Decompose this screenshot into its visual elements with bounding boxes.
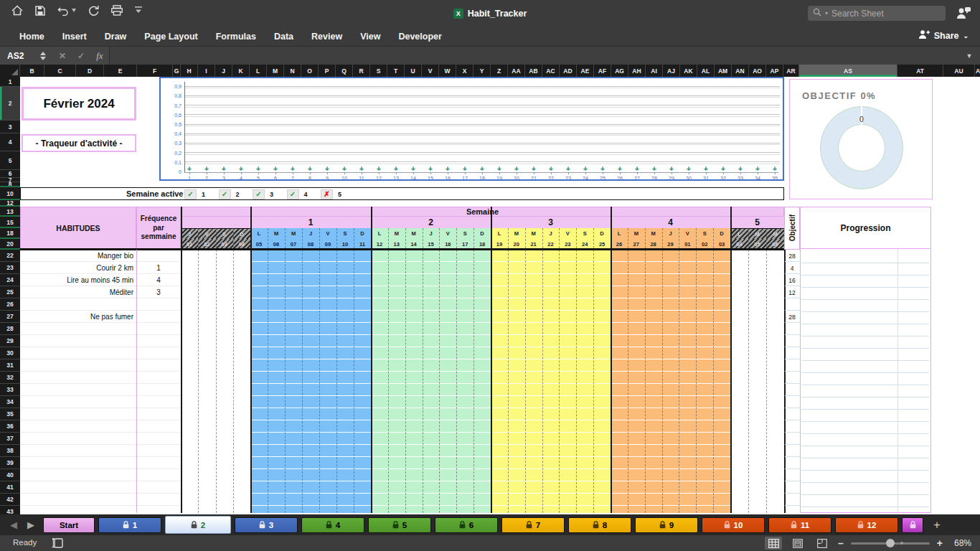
ribbon-tab-page-layout[interactable]: Page Layout: [144, 32, 197, 42]
row-header-30[interactable]: 30: [0, 347, 20, 359]
row-header-22[interactable]: 22: [0, 250, 20, 262]
habit-name-cell[interactable]: Courir 2 km: [20, 264, 133, 272]
row-header-32[interactable]: 32: [0, 372, 20, 384]
column-header-B[interactable]: B: [20, 65, 44, 77]
column-header-AI[interactable]: AI: [646, 65, 663, 77]
day-letter-cell[interactable]: L: [250, 228, 268, 239]
column-header-AR[interactable]: AR: [783, 65, 799, 77]
column-header-G[interactable]: G: [173, 65, 181, 77]
day-letter-cell[interactable]: S: [456, 228, 473, 239]
column-header-H[interactable]: H: [181, 65, 198, 77]
day-letter-cell[interactable]: J: [302, 228, 319, 239]
column-header-F[interactable]: F: [137, 65, 173, 77]
ribbon-tab-data[interactable]: Data: [274, 32, 293, 42]
day-letter-cell[interactable]: V: [559, 228, 576, 239]
column-header-AG[interactable]: AG: [611, 65, 628, 77]
column-header-AS[interactable]: AS: [799, 65, 897, 77]
day-letter-cell[interactable]: M: [508, 228, 525, 239]
row-header-28[interactable]: 28: [0, 323, 20, 335]
day-letter-cell[interactable]: M: [285, 228, 302, 239]
column-header-AU[interactable]: AU: [943, 65, 975, 77]
checkmark-icon[interactable]: ✓: [253, 189, 265, 199]
ribbon-tab-home[interactable]: Home: [19, 32, 44, 42]
ribbon-tab-developer[interactable]: Developer: [398, 32, 441, 42]
row-header-1[interactable]: 1: [0, 77, 20, 87]
row-header-38[interactable]: 38: [0, 445, 20, 457]
zoom-slider-knob[interactable]: [886, 539, 895, 547]
sheet-tab-partial[interactable]: [902, 517, 923, 533]
search-input[interactable]: ▾ Search Sheet: [808, 6, 946, 21]
column-header-K[interactable]: K: [232, 65, 250, 77]
column-header-D[interactable]: D: [76, 65, 104, 77]
column-header-AV[interactable]: AV: [975, 65, 980, 77]
view-page-break-icon[interactable]: [814, 537, 831, 550]
day-letter-cell[interactable]: D: [233, 228, 250, 239]
sheet-tab-2[interactable]: 2: [165, 516, 231, 534]
row-header-40[interactable]: 40: [0, 469, 20, 481]
day-letter-cell[interactable]: J: [423, 228, 440, 239]
week-body-2[interactable]: [371, 250, 491, 513]
row-header-33[interactable]: 33: [0, 384, 20, 396]
sheet-tab-8[interactable]: 8: [568, 517, 631, 533]
habit-objective-cell[interactable]: 28: [784, 314, 800, 321]
column-header-AN[interactable]: AN: [732, 65, 749, 77]
column-header-AE[interactable]: AE: [577, 65, 594, 77]
day-letter-cell[interactable]: S: [576, 228, 593, 239]
cross-icon[interactable]: ✗: [321, 189, 333, 199]
row-header-5[interactable]: 5: [0, 151, 20, 170]
row-header-31[interactable]: 31: [0, 359, 20, 372]
column-header-E[interactable]: E: [104, 65, 137, 77]
column-header-N[interactable]: N: [284, 65, 301, 77]
row-header-25[interactable]: 25: [0, 286, 20, 298]
week-body-3[interactable]: [491, 250, 611, 513]
column-header-U[interactable]: U: [405, 65, 422, 77]
week-body-4[interactable]: [611, 250, 730, 513]
habit-name-cell[interactable]: Ne pas fumer: [20, 313, 133, 321]
day-letter-cell[interactable]: M: [748, 228, 766, 239]
column-header-M[interactable]: M: [267, 65, 284, 77]
week-body-1[interactable]: [250, 250, 371, 513]
row-header-36[interactable]: 36: [0, 420, 20, 433]
column-header-AO[interactable]: AO: [749, 65, 766, 77]
row-header-39[interactable]: 39: [0, 457, 20, 469]
column-header-AA[interactable]: AA: [508, 65, 525, 77]
select-all-corner[interactable]: [0, 65, 20, 77]
column-header-J[interactable]: J: [215, 65, 232, 77]
nav-right-icon[interactable]: ▶: [27, 519, 34, 530]
column-header-I[interactable]: I: [198, 65, 215, 77]
row-header-24[interactable]: 24: [0, 274, 20, 286]
checkmark-icon[interactable]: ✓: [219, 189, 231, 199]
zoom-slider[interactable]: [851, 542, 930, 545]
column-header-AB[interactable]: AB: [525, 65, 542, 77]
day-letter-cell[interactable]: S: [336, 228, 354, 239]
habit-objective-cell[interactable]: 4: [784, 265, 800, 272]
day-letter-cell[interactable]: M: [388, 228, 405, 239]
sheet-tab-7[interactable]: 7: [501, 517, 565, 533]
row-header-42[interactable]: 42: [0, 494, 20, 506]
column-header-AL[interactable]: AL: [697, 65, 715, 77]
sidebar-people-icon[interactable]: [956, 6, 971, 23]
nav-left-icon[interactable]: ◀: [10, 519, 17, 530]
cancel-icon[interactable]: ✕: [59, 51, 66, 61]
row-header-43[interactable]: 43: [0, 506, 20, 514]
day-letter-cell[interactable]: J: [542, 228, 560, 239]
habit-objective-cell[interactable]: 12: [784, 289, 800, 296]
row-header-3[interactable]: 3: [0, 121, 20, 133]
row-header-26[interactable]: 26: [0, 298, 20, 311]
column-header-Z[interactable]: Z: [491, 65, 508, 77]
column-header-AD[interactable]: AD: [560, 65, 577, 77]
ribbon-tab-draw[interactable]: Draw: [105, 32, 127, 42]
row-header-2[interactable]: 2: [0, 87, 20, 121]
day-letter-cell[interactable]: L: [491, 228, 508, 239]
column-header-AM[interactable]: AM: [715, 65, 732, 77]
column-header-O[interactable]: O: [301, 65, 319, 77]
enter-icon[interactable]: ✓: [77, 51, 85, 61]
day-letter-cell[interactable]: J: [181, 228, 198, 239]
share-button[interactable]: Share ⌄: [917, 29, 969, 42]
month-title-box[interactable]: Février 2024: [22, 87, 136, 121]
column-header-C[interactable]: C: [44, 65, 76, 77]
sheet-tab-1[interactable]: 1: [98, 517, 161, 533]
selection-mode-icon[interactable]: [52, 537, 63, 551]
checkmark-icon[interactable]: ✓: [287, 189, 299, 199]
sheet-tab-12[interactable]: 12: [835, 517, 898, 533]
